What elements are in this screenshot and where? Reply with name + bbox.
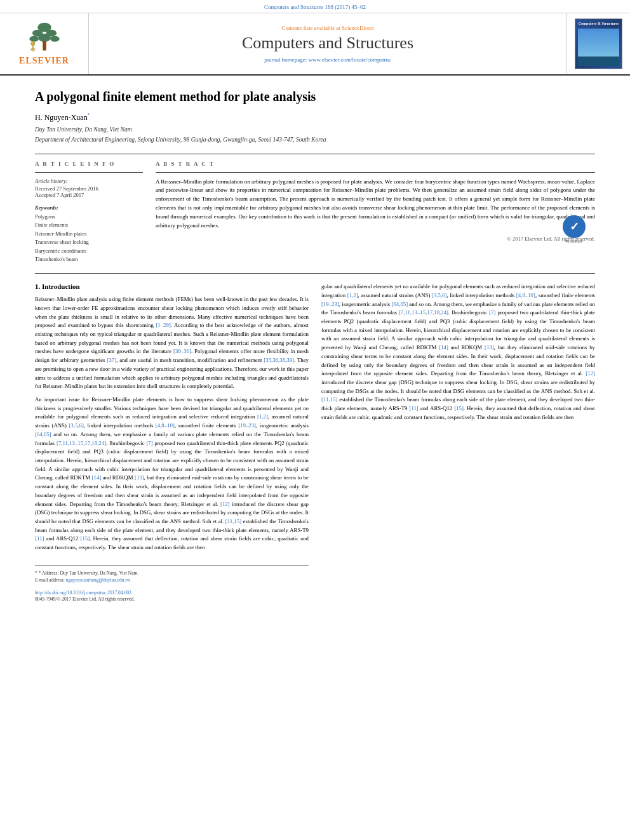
sciencedirect-name: ScienceDirect bbox=[342, 25, 373, 31]
journal-citation-link[interactable]: Computers and Structures 188 (2017) 45–6… bbox=[0, 0, 630, 13]
intro-para-2: An important issue for Reissner-Mindlin … bbox=[35, 396, 309, 552]
right-para-1: gular and quadrilateral elements yet no … bbox=[321, 283, 595, 422]
authors-line: H. Nguyen-Xuan* bbox=[35, 112, 595, 123]
affiliation-2: Department of Architectural Engineering,… bbox=[35, 135, 595, 144]
article-info-column: A R T I C L E I N F O Article history: R… bbox=[35, 161, 143, 265]
svg-point-3 bbox=[29, 36, 39, 42]
keyword-3: Reissner-Mindlin plates bbox=[35, 230, 143, 239]
affiliation-1: Duy Tan University, Da Nang, Viet Nam bbox=[35, 125, 595, 134]
abstract-label: A B S T R A C T bbox=[156, 161, 595, 167]
doi-line: http://dx.doi.org/10.1016/j.compstruc.20… bbox=[35, 589, 309, 596]
keywords-label: Keywords: bbox=[35, 204, 143, 211]
doi-url[interactable]: http://dx.doi.org/10.1016/j.compstruc.20… bbox=[35, 590, 131, 596]
elsevier-logo: ELSEVIER bbox=[19, 22, 69, 66]
intro-heading: 1. Introduction bbox=[35, 283, 309, 290]
article-content: A polygonal finite element method for pl… bbox=[0, 76, 630, 616]
svg-point-5 bbox=[50, 36, 60, 42]
page: Computers and Structures 188 (2017) 45–6… bbox=[0, 0, 630, 840]
homepage-url[interactable]: www.elsevier.com/locate/compstruc bbox=[309, 57, 391, 63]
article-info-label: A R T I C L E I N F O bbox=[35, 161, 143, 167]
elsevier-logo-area: ELSEVIER bbox=[0, 13, 89, 74]
keywords-section: Keywords: Polygons Finite elements Reiss… bbox=[35, 204, 143, 265]
cover-image bbox=[578, 29, 619, 66]
crossmark-label: CrossMark bbox=[563, 239, 586, 243]
svg-point-4 bbox=[38, 34, 51, 42]
cover-title-text: Computers & Structures bbox=[579, 22, 619, 27]
journal-cover-thumbnail: Computers & Structures bbox=[575, 18, 622, 69]
abstract-divider bbox=[156, 172, 595, 173]
body-content: 1. Introduction Reissner–Mindlin plate a… bbox=[35, 283, 595, 603]
abstract-text: A Reissner–Mindlin plate formulation on … bbox=[156, 178, 595, 231]
article-info-divider bbox=[35, 172, 143, 173]
accepted-date: Accepted 7 April 2017 bbox=[35, 192, 143, 198]
footnote-area: * * Address: Duy Tan University, Da Nang… bbox=[35, 565, 309, 603]
history-label: Article history: bbox=[35, 178, 143, 184]
copyright-text: © 2017 Elsevier Ltd. All rights reserved… bbox=[156, 236, 595, 242]
footnote-text-content: * Address: Duy Tan University, Da Nang, … bbox=[39, 570, 139, 576]
keyword-2: Finite elements bbox=[35, 221, 143, 230]
homepage-label: journal homepage: bbox=[264, 57, 307, 63]
footnote-email: E-mail address: nguyenxuanhung@duytan.ed… bbox=[35, 577, 309, 583]
article-history-group: Article history: Received 27 September 2… bbox=[35, 178, 143, 198]
sciencedirect-link[interactable]: Contents lists available at ScienceDirec… bbox=[282, 25, 374, 31]
journal-homepage: journal homepage: www.elsevier.com/locat… bbox=[264, 57, 391, 63]
abstract-column: A B S T R A C T A Reissner–Mindlin plate… bbox=[156, 161, 595, 265]
body-divider bbox=[35, 273, 595, 274]
keyword-1: Polygons bbox=[35, 213, 143, 222]
crossmark-area: CrossMark bbox=[563, 215, 586, 243]
keyword-4: Transverse shear locking bbox=[35, 238, 143, 247]
svg-rect-6 bbox=[43, 41, 46, 51]
crossmark-badge[interactable] bbox=[563, 215, 586, 238]
footnote-address: * * Address: Duy Tan University, Da Nang… bbox=[35, 570, 309, 577]
contents-label: Contents lists available at bbox=[282, 25, 340, 31]
email-value[interactable]: nguyenxuanhung@duytan.edu.vn bbox=[66, 577, 130, 583]
article-info-abstract-section: A R T I C L E I N F O Article history: R… bbox=[35, 154, 595, 265]
issn-line: 0045-7949/© 2017 Elsevier Ltd. All right… bbox=[35, 596, 309, 603]
body-left-column: 1. Introduction Reissner–Mindlin plate a… bbox=[35, 283, 309, 603]
keyword-6: Timoshenko's beam bbox=[35, 255, 143, 264]
svg-point-7 bbox=[30, 41, 35, 46]
email-label: E-mail address: bbox=[35, 577, 65, 583]
article-title: A polygonal finite element method for pl… bbox=[35, 88, 595, 105]
elsevier-tree-icon bbox=[25, 22, 64, 53]
author-name: H. Nguyen-Xuan bbox=[35, 113, 88, 122]
received-date: Received 27 September 2016 bbox=[35, 185, 143, 192]
body-right-column: gular and quadrilateral elements yet no … bbox=[321, 283, 595, 603]
journal-header: ELSEVIER Contents lists available at Sci… bbox=[0, 13, 630, 76]
journal-citation-text: Computers and Structures 188 (2017) 45–6… bbox=[264, 4, 366, 10]
elsevier-brand-text: ELSEVIER bbox=[19, 56, 69, 66]
journal-info-center: Contents lists available at ScienceDirec… bbox=[89, 13, 566, 74]
journal-cover-area: Computers & Structures bbox=[566, 13, 630, 74]
keyword-5: Barycentric coordinates bbox=[35, 247, 143, 256]
journal-title-header: Computers and Structures bbox=[242, 34, 413, 53]
intro-para-1: Reissner–Mindlin plate analysis using fi… bbox=[35, 295, 309, 391]
author-marker: * bbox=[88, 112, 90, 118]
